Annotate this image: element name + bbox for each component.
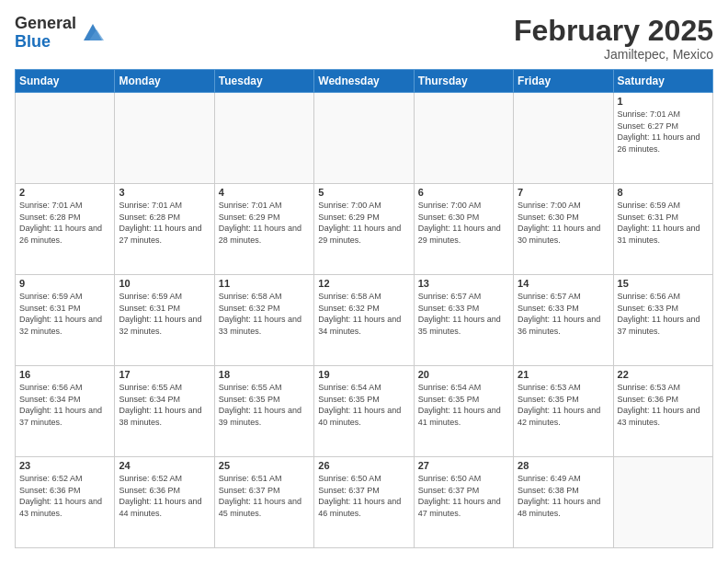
day-info: Sunrise: 6:55 AM Sunset: 6:35 PM Dayligh… (219, 382, 310, 428)
header-thursday: Thursday (414, 70, 513, 93)
calendar-week-2: 9Sunrise: 6:59 AM Sunset: 6:31 PM Daylig… (16, 275, 713, 366)
calendar-day: 12Sunrise: 6:58 AM Sunset: 6:32 PM Dayli… (314, 275, 414, 366)
calendar-day: 2Sunrise: 7:01 AM Sunset: 6:28 PM Daylig… (16, 184, 115, 275)
day-info: Sunrise: 6:51 AM Sunset: 6:37 PM Dayligh… (219, 473, 310, 519)
calendar-day: 17Sunrise: 6:55 AM Sunset: 6:34 PM Dayli… (115, 366, 214, 457)
day-number: 22 (618, 369, 709, 380)
day-number: 17 (119, 369, 210, 380)
calendar-day: 10Sunrise: 6:59 AM Sunset: 6:31 PM Dayli… (115, 275, 214, 366)
calendar-day: 22Sunrise: 6:53 AM Sunset: 6:36 PM Dayli… (613, 366, 712, 457)
calendar-day: 21Sunrise: 6:53 AM Sunset: 6:35 PM Dayli… (514, 366, 613, 457)
day-info: Sunrise: 6:59 AM Sunset: 6:31 PM Dayligh… (19, 291, 110, 337)
calendar-day (115, 93, 214, 184)
calendar-week-0: 1Sunrise: 7:01 AM Sunset: 6:27 PM Daylig… (16, 93, 713, 184)
day-info: Sunrise: 6:59 AM Sunset: 6:31 PM Dayligh… (618, 200, 709, 246)
calendar-day (314, 93, 414, 184)
calendar-day: 7Sunrise: 7:00 AM Sunset: 6:30 PM Daylig… (514, 184, 613, 275)
day-info: Sunrise: 7:01 AM Sunset: 6:27 PM Dayligh… (618, 109, 709, 155)
day-info: Sunrise: 6:54 AM Sunset: 6:35 PM Dayligh… (318, 382, 409, 428)
day-number: 7 (518, 187, 609, 198)
day-info: Sunrise: 7:00 AM Sunset: 6:29 PM Dayligh… (318, 200, 409, 246)
day-number: 5 (318, 187, 409, 198)
day-number: 12 (318, 278, 409, 289)
month-title: February 2025 (514, 15, 713, 47)
calendar-day: 4Sunrise: 7:01 AM Sunset: 6:29 PM Daylig… (214, 184, 313, 275)
header-tuesday: Tuesday (214, 70, 313, 93)
logo-blue: Blue (15, 33, 76, 52)
header: General Blue February 2025 Jamiltepec, M… (15, 15, 713, 62)
day-number: 2 (19, 187, 110, 198)
day-number: 14 (518, 278, 609, 289)
logo-general: General (15, 15, 76, 33)
day-number: 15 (618, 278, 709, 289)
logo: General Blue (15, 15, 106, 52)
day-number: 23 (19, 460, 110, 471)
day-number: 19 (318, 369, 409, 380)
day-info: Sunrise: 6:50 AM Sunset: 6:37 PM Dayligh… (318, 473, 409, 519)
day-info: Sunrise: 6:54 AM Sunset: 6:35 PM Dayligh… (418, 382, 509, 428)
calendar-day: 14Sunrise: 6:57 AM Sunset: 6:33 PM Dayli… (514, 275, 613, 366)
day-info: Sunrise: 6:56 AM Sunset: 6:33 PM Dayligh… (618, 291, 709, 337)
day-number: 20 (418, 369, 509, 380)
day-info: Sunrise: 7:01 AM Sunset: 6:28 PM Dayligh… (119, 200, 210, 246)
day-number: 24 (119, 460, 210, 471)
calendar-day: 13Sunrise: 6:57 AM Sunset: 6:33 PM Dayli… (414, 275, 513, 366)
calendar-day: 16Sunrise: 6:56 AM Sunset: 6:34 PM Dayli… (16, 366, 115, 457)
day-info: Sunrise: 6:57 AM Sunset: 6:33 PM Dayligh… (418, 291, 509, 337)
location: Jamiltepec, Mexico (514, 47, 713, 62)
day-number: 8 (618, 187, 709, 198)
calendar-day (214, 93, 313, 184)
calendar-day: 8Sunrise: 6:59 AM Sunset: 6:31 PM Daylig… (613, 184, 712, 275)
day-info: Sunrise: 7:01 AM Sunset: 6:28 PM Dayligh… (19, 200, 110, 246)
calendar-day: 15Sunrise: 6:56 AM Sunset: 6:33 PM Dayli… (613, 275, 712, 366)
day-number: 6 (418, 187, 509, 198)
day-info: Sunrise: 6:52 AM Sunset: 6:36 PM Dayligh… (119, 473, 210, 519)
day-number: 3 (119, 187, 210, 198)
day-number: 13 (418, 278, 509, 289)
calendar-header-row: Sunday Monday Tuesday Wednesday Thursday… (16, 70, 713, 93)
logo-icon (80, 20, 106, 46)
day-info: Sunrise: 7:00 AM Sunset: 6:30 PM Dayligh… (418, 200, 509, 246)
calendar-day: 25Sunrise: 6:51 AM Sunset: 6:37 PM Dayli… (214, 457, 313, 548)
day-info: Sunrise: 7:01 AM Sunset: 6:29 PM Dayligh… (219, 200, 310, 246)
day-number: 9 (19, 278, 110, 289)
calendar-day: 9Sunrise: 6:59 AM Sunset: 6:31 PM Daylig… (16, 275, 115, 366)
calendar-day: 24Sunrise: 6:52 AM Sunset: 6:36 PM Dayli… (115, 457, 214, 548)
day-info: Sunrise: 6:52 AM Sunset: 6:36 PM Dayligh… (19, 473, 110, 519)
page: General Blue February 2025 Jamiltepec, M… (0, 0, 728, 563)
day-number: 28 (518, 460, 609, 471)
calendar-week-1: 2Sunrise: 7:01 AM Sunset: 6:28 PM Daylig… (16, 184, 713, 275)
logo-text: General Blue (15, 15, 76, 52)
calendar-day: 11Sunrise: 6:58 AM Sunset: 6:32 PM Dayli… (214, 275, 313, 366)
day-info: Sunrise: 6:58 AM Sunset: 6:32 PM Dayligh… (318, 291, 409, 337)
day-number: 25 (219, 460, 310, 471)
day-info: Sunrise: 6:49 AM Sunset: 6:38 PM Dayligh… (518, 473, 609, 519)
day-info: Sunrise: 6:58 AM Sunset: 6:32 PM Dayligh… (219, 291, 310, 337)
calendar-day: 23Sunrise: 6:52 AM Sunset: 6:36 PM Dayli… (16, 457, 115, 548)
title-block: February 2025 Jamiltepec, Mexico (514, 15, 713, 62)
day-number: 10 (119, 278, 210, 289)
calendar-day: 6Sunrise: 7:00 AM Sunset: 6:30 PM Daylig… (414, 184, 513, 275)
day-info: Sunrise: 6:56 AM Sunset: 6:34 PM Dayligh… (19, 382, 110, 428)
calendar-day: 19Sunrise: 6:54 AM Sunset: 6:35 PM Dayli… (314, 366, 414, 457)
day-info: Sunrise: 6:59 AM Sunset: 6:31 PM Dayligh… (119, 291, 210, 337)
calendar-day: 26Sunrise: 6:50 AM Sunset: 6:37 PM Dayli… (314, 457, 414, 548)
day-info: Sunrise: 6:50 AM Sunset: 6:37 PM Dayligh… (418, 473, 509, 519)
calendar-day: 1Sunrise: 7:01 AM Sunset: 6:27 PM Daylig… (613, 93, 712, 184)
header-wednesday: Wednesday (314, 70, 414, 93)
header-sunday: Sunday (16, 70, 115, 93)
day-number: 26 (318, 460, 409, 471)
header-friday: Friday (514, 70, 613, 93)
calendar-table: Sunday Monday Tuesday Wednesday Thursday… (15, 69, 713, 548)
calendar-day: 18Sunrise: 6:55 AM Sunset: 6:35 PM Dayli… (214, 366, 313, 457)
calendar-day: 5Sunrise: 7:00 AM Sunset: 6:29 PM Daylig… (314, 184, 414, 275)
day-number: 1 (618, 96, 709, 107)
calendar-day: 3Sunrise: 7:01 AM Sunset: 6:28 PM Daylig… (115, 184, 214, 275)
day-info: Sunrise: 6:53 AM Sunset: 6:35 PM Dayligh… (518, 382, 609, 428)
day-number: 16 (19, 369, 110, 380)
day-number: 21 (518, 369, 609, 380)
header-saturday: Saturday (613, 70, 712, 93)
day-info: Sunrise: 7:00 AM Sunset: 6:30 PM Dayligh… (518, 200, 609, 246)
calendar-week-3: 16Sunrise: 6:56 AM Sunset: 6:34 PM Dayli… (16, 366, 713, 457)
day-info: Sunrise: 6:57 AM Sunset: 6:33 PM Dayligh… (518, 291, 609, 337)
